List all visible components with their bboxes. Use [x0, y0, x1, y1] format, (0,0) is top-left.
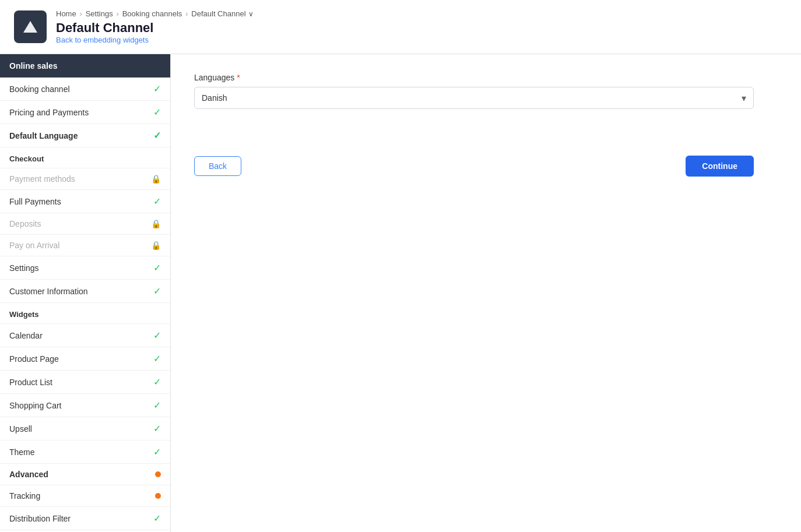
sidebar-widgets-label: Widgets [0, 303, 170, 324]
check-icon: ✓ [153, 513, 161, 524]
sidebar-item-payment-methods: Payment methods 🔒 [0, 168, 170, 190]
check-icon: ✓ [153, 330, 161, 341]
back-to-widgets-link[interactable]: Back to embedding widgets [56, 36, 254, 44]
breadcrumb-booking-channels[interactable]: Booking channels [122, 9, 182, 18]
breadcrumb-dropdown-icon: ∨ [248, 10, 254, 18]
sidebar-section-header: Online sales [0, 54, 170, 77]
breadcrumb: Home › Settings › Booking channels › Def… [56, 9, 254, 18]
sidebar-item-upsell[interactable]: Upsell ✓ [0, 417, 170, 441]
button-row: Back Continue [194, 156, 754, 177]
continue-button[interactable]: Continue [686, 156, 754, 177]
check-icon: ✓ [153, 107, 161, 118]
sidebar-item-product-list[interactable]: Product List ✓ [0, 371, 170, 394]
back-button[interactable]: Back [194, 156, 241, 176]
breadcrumb-settings[interactable]: Settings [86, 9, 113, 18]
breadcrumb-current: Default Channel ∨ [191, 9, 253, 18]
sidebar-item-customer-information[interactable]: Customer Information ✓ [0, 280, 170, 303]
page-title: Default Channel [56, 20, 254, 36]
main-layout: Online sales Booking channel ✓ Pricing a… [0, 54, 801, 532]
languages-select[interactable]: Danish English German French Spanish [195, 87, 753, 108]
main-content: Languages * Danish English German French… [171, 54, 801, 532]
sidebar-advanced-label[interactable]: Advanced [0, 464, 170, 485]
sidebar-item-distribution-filter[interactable]: Distribution Filter ✓ [0, 507, 170, 530]
check-icon: ✓ [153, 262, 161, 273]
check-icon: ✓ [153, 376, 161, 387]
sidebar-item-product-page[interactable]: Product Page ✓ [0, 347, 170, 371]
check-icon: ✓ [153, 286, 161, 297]
sidebar-item-default-language[interactable]: Default Language ✓ [0, 124, 170, 147]
check-icon: ✓ [153, 400, 161, 411]
sidebar-item-settings[interactable]: Settings ✓ [0, 256, 170, 280]
tracking-status-dot [155, 493, 161, 499]
languages-label: Languages * [194, 73, 754, 82]
lock-icon: 🔒 [151, 241, 161, 250]
check-icon: ✓ [153, 353, 161, 364]
sidebar-item-tracking[interactable]: Tracking [0, 485, 170, 507]
breadcrumb-sep-1: › [80, 10, 82, 18]
breadcrumb-sep-2: › [117, 10, 119, 18]
sidebar: Online sales Booking channel ✓ Pricing a… [0, 54, 171, 532]
check-icon: ✓ [153, 130, 161, 141]
sidebar-item-full-payments[interactable]: Full Payments ✓ [0, 190, 170, 213]
languages-select-wrapper: Danish English German French Spanish ▾ [194, 87, 754, 109]
check-icon: ✓ [153, 423, 161, 434]
header-text: Home › Settings › Booking channels › Def… [56, 9, 254, 44]
breadcrumb-sep-3: › [185, 10, 188, 18]
lock-icon: 🔒 [151, 219, 161, 228]
check-icon: ✓ [153, 196, 161, 207]
svg-marker-0 [23, 21, 37, 33]
form-section: Languages * Danish English German French… [194, 73, 754, 177]
sidebar-item-shopping-cart[interactable]: Shopping Cart ✓ [0, 394, 170, 417]
sidebar-item-pay-on-arrival: Pay on Arrival 🔒 [0, 235, 170, 256]
logo [14, 10, 47, 43]
lock-icon: 🔒 [151, 174, 161, 184]
advanced-status-dot [155, 471, 161, 477]
breadcrumb-home[interactable]: Home [56, 9, 76, 18]
sidebar-item-theme[interactable]: Theme ✓ [0, 441, 170, 464]
page-header: Home › Settings › Booking channels › Def… [0, 0, 801, 54]
sidebar-item-booking-channel[interactable]: Booking channel ✓ [0, 77, 170, 101]
sidebar-item-pricing-payments[interactable]: Pricing and Payments ✓ [0, 101, 170, 124]
sidebar-item-calendar[interactable]: Calendar ✓ [0, 324, 170, 347]
required-indicator: * [234, 73, 240, 82]
sidebar-item-deposits: Deposits 🔒 [0, 213, 170, 235]
check-icon: ✓ [153, 83, 161, 94]
check-icon: ✓ [153, 446, 161, 457]
sidebar-checkout-label: Checkout [0, 147, 170, 168]
